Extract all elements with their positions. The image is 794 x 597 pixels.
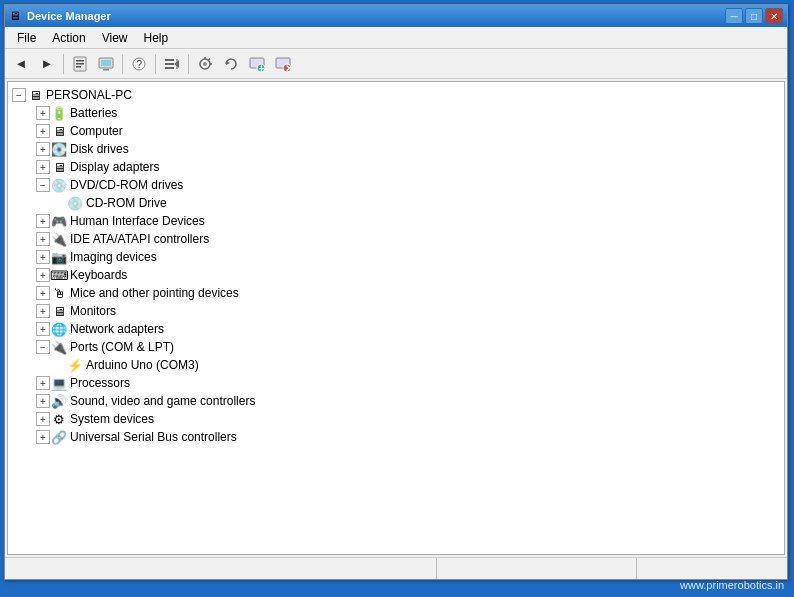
expand-icon-imaging[interactable]: + — [36, 250, 50, 264]
tree-item-computer[interactable]: +🖥Computer — [8, 122, 784, 140]
tree-label-ports: Ports (COM & LPT) — [70, 340, 174, 354]
svg-rect-2 — [76, 63, 84, 65]
tree-item-keyboard[interactable]: +⌨Keyboards — [8, 266, 784, 284]
tree-item-display[interactable]: +🖥Display adapters — [8, 158, 784, 176]
add-button[interactable]: + — [245, 52, 269, 76]
toolbar-separator-4 — [188, 54, 189, 74]
expand-icon-system[interactable]: + — [36, 412, 50, 426]
menu-help[interactable]: Help — [136, 29, 177, 47]
svg-rect-6 — [103, 69, 109, 71]
tree-label-imaging: Imaging devices — [70, 250, 157, 264]
main-content: −🖥PERSONAL-PC+🔋Batteries+🖥Computer+💽Disk… — [5, 79, 787, 557]
tree-item-cdrom[interactable]: 💿CD-ROM Drive — [8, 194, 784, 212]
menu-action[interactable]: Action — [44, 29, 93, 47]
tree-item-network[interactable]: +🌐Network adapters — [8, 320, 784, 338]
display-icon: 🖥 — [51, 159, 67, 175]
mouse-icon: 🖱 — [51, 285, 67, 301]
tree-item-imaging[interactable]: +📷Imaging devices — [8, 248, 784, 266]
svg-rect-10 — [165, 63, 174, 65]
tree-label-disk: Disk drives — [70, 142, 129, 156]
tree-label-monitors: Monitors — [70, 304, 116, 318]
expand-icon-sound[interactable]: + — [36, 394, 50, 408]
device-manager-window: 🖥 Device Manager ─ □ ✕ File Action View … — [4, 4, 788, 580]
expand-icon-mice[interactable]: + — [36, 286, 50, 300]
tree-item-sound[interactable]: +🔊Sound, video and game controllers — [8, 392, 784, 410]
tree-label-processor: Processors — [70, 376, 130, 390]
tree-item-dvd[interactable]: −💿DVD/CD-ROM drives — [8, 176, 784, 194]
computer-icon: 🖥 — [27, 87, 43, 103]
expand-icon-display[interactable]: + — [36, 160, 50, 174]
tree-label-ide: IDE ATA/ATAPI controllers — [70, 232, 209, 246]
status-text — [5, 558, 437, 579]
minimize-button[interactable]: ─ — [725, 8, 743, 24]
imaging-icon: 📷 — [51, 249, 67, 265]
expand-icon-usb[interactable]: + — [36, 430, 50, 444]
tree-label-computer: Computer — [70, 124, 123, 138]
forward-button[interactable]: ► — [35, 52, 59, 76]
tree-label-dvd: DVD/CD-ROM drives — [70, 178, 183, 192]
tree-item-batteries[interactable]: +🔋Batteries — [8, 104, 784, 122]
tree-label-sound: Sound, video and game controllers — [70, 394, 255, 408]
expand-icon-ide[interactable]: + — [36, 232, 50, 246]
collapse-button[interactable] — [160, 52, 184, 76]
tree-label-network: Network adapters — [70, 322, 164, 336]
tree-item-root[interactable]: −🖥PERSONAL-PC — [8, 86, 784, 104]
tree-label-arduino: Arduino Uno (COM3) — [86, 358, 199, 372]
back-button[interactable]: ◄ — [9, 52, 33, 76]
expand-icon-root[interactable]: − — [12, 88, 26, 102]
expand-icon-hid[interactable]: + — [36, 214, 50, 228]
expand-icon-network[interactable]: + — [36, 322, 50, 336]
cdrom-icon: 💿 — [67, 195, 83, 211]
scan-button[interactable] — [193, 52, 217, 76]
expand-icon-monitors[interactable]: + — [36, 304, 50, 318]
tree-label-usb: Universal Serial Bus controllers — [70, 430, 237, 444]
device-manager-button[interactable] — [94, 52, 118, 76]
help-button[interactable]: ? — [127, 52, 151, 76]
expand-icon-processor[interactable]: + — [36, 376, 50, 390]
svg-rect-11 — [165, 67, 174, 69]
svg-rect-1 — [76, 60, 84, 62]
refresh-button[interactable] — [219, 52, 243, 76]
expand-icon-disk[interactable]: + — [36, 142, 50, 156]
arduino-icon: ⚡ — [67, 357, 83, 373]
tree-item-ide[interactable]: +🔌IDE ATA/ATAPI controllers — [8, 230, 784, 248]
disk-icon: 💽 — [51, 141, 67, 157]
expand-icon-dvd[interactable]: − — [36, 178, 50, 192]
expand-icon-computer[interactable]: + — [36, 124, 50, 138]
svg-rect-9 — [165, 59, 174, 61]
tree-item-arduino[interactable]: ⚡Arduino Uno (COM3) — [8, 356, 784, 374]
properties-button[interactable] — [68, 52, 92, 76]
tree-item-hid[interactable]: +🎮Human Interface Devices — [8, 212, 784, 230]
expand-icon-keyboard[interactable]: + — [36, 268, 50, 282]
tree-label-display: Display adapters — [70, 160, 159, 174]
tree-label-system: System devices — [70, 412, 154, 426]
tree-item-system[interactable]: +⚙System devices — [8, 410, 784, 428]
menu-file[interactable]: File — [9, 29, 44, 47]
svg-marker-16 — [226, 61, 230, 65]
maximize-button[interactable]: □ — [745, 8, 763, 24]
status-pane-3 — [637, 558, 787, 579]
expand-icon-arduino — [52, 358, 66, 372]
keyboard-icon: ⌨ — [51, 267, 67, 283]
window-icon: 🖥 — [9, 9, 23, 23]
tree-item-ports[interactable]: −🔌Ports (COM & LPT) — [8, 338, 784, 356]
tree-item-monitors[interactable]: +🖥Monitors — [8, 302, 784, 320]
tree-view[interactable]: −🖥PERSONAL-PC+🔋Batteries+🖥Computer+💽Disk… — [7, 81, 785, 555]
tree-label-mice: Mice and other pointing devices — [70, 286, 239, 300]
close-button[interactable]: ✕ — [765, 8, 783, 24]
remove-button[interactable]: ✕ — [271, 52, 295, 76]
tree-item-mice[interactable]: +🖱Mice and other pointing devices — [8, 284, 784, 302]
tree-item-usb[interactable]: +🔗Universal Serial Bus controllers — [8, 428, 784, 446]
expand-icon-ports[interactable]: − — [36, 340, 50, 354]
ide-icon: 🔌 — [51, 231, 67, 247]
toolbar-separator-3 — [155, 54, 156, 74]
tree-item-processor[interactable]: +💻Processors — [8, 374, 784, 392]
tree-label-hid: Human Interface Devices — [70, 214, 205, 228]
status-pane-2 — [437, 558, 637, 579]
svg-text:?: ? — [137, 59, 143, 70]
expand-icon-batteries[interactable]: + — [36, 106, 50, 120]
tree-label-root: PERSONAL-PC — [46, 88, 132, 102]
tree-item-disk[interactable]: +💽Disk drives — [8, 140, 784, 158]
computer-icon: 🖥 — [51, 123, 67, 139]
menu-view[interactable]: View — [94, 29, 136, 47]
